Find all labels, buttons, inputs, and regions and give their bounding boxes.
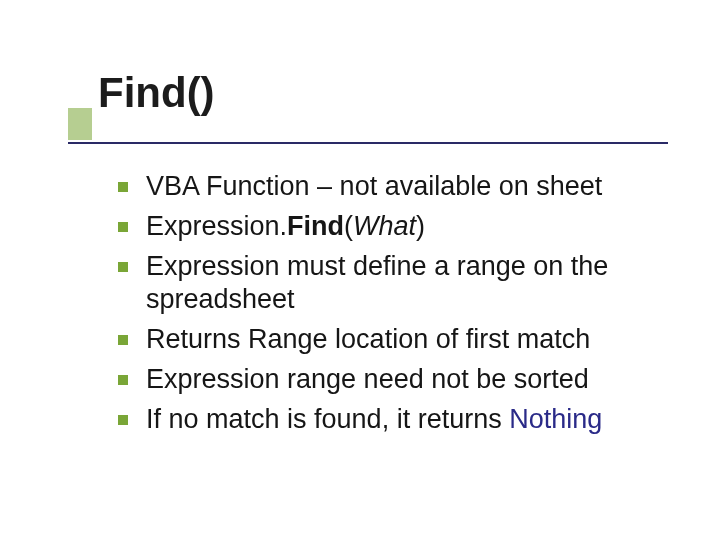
bullet-item: Expression.Find(What) bbox=[118, 210, 668, 244]
bullet-item: Returns Range location of first match bbox=[118, 323, 668, 357]
title-underline bbox=[68, 142, 668, 144]
bullet-square-icon bbox=[118, 222, 128, 232]
bullet-item: Expression range need not be sorted bbox=[118, 363, 668, 397]
bullet-square-icon bbox=[118, 262, 128, 272]
bullet-text-segment: Returns Range location of first match bbox=[146, 324, 590, 354]
slide: Find() VBA Function – not available on s… bbox=[0, 0, 720, 540]
bullet-text-segment: Expression. bbox=[146, 211, 287, 241]
bullet-square-icon bbox=[118, 182, 128, 192]
bullet-item: VBA Function – not available on sheet bbox=[118, 170, 668, 204]
bullet-text-segment: Nothing bbox=[509, 404, 602, 434]
slide-body: VBA Function – not available on sheetExp… bbox=[118, 170, 668, 442]
bullet-text-segment: If no match is found, it returns bbox=[146, 404, 509, 434]
bullet-item: If no match is found, it returns Nothing bbox=[118, 403, 668, 437]
bullet-item: Expression must define a range on the sp… bbox=[118, 250, 668, 318]
bullet-text-segment: ( bbox=[344, 211, 353, 241]
bullet-square-icon bbox=[118, 335, 128, 345]
bullet-list: VBA Function – not available on sheetExp… bbox=[118, 170, 668, 436]
bullet-text-segment: Find bbox=[287, 211, 344, 241]
bullet-text-segment: What bbox=[353, 211, 416, 241]
bullet-square-icon bbox=[118, 375, 128, 385]
bullet-text-segment: Expression range need not be sorted bbox=[146, 364, 589, 394]
bullet-square-icon bbox=[118, 415, 128, 425]
bullet-text-segment: VBA Function – not available on sheet bbox=[146, 171, 602, 201]
bullet-text-segment: Expression must define a range on the sp… bbox=[146, 251, 608, 315]
title-container: Find() bbox=[68, 70, 678, 122]
bullet-text-segment: ) bbox=[416, 211, 425, 241]
slide-title: Find() bbox=[68, 70, 678, 116]
